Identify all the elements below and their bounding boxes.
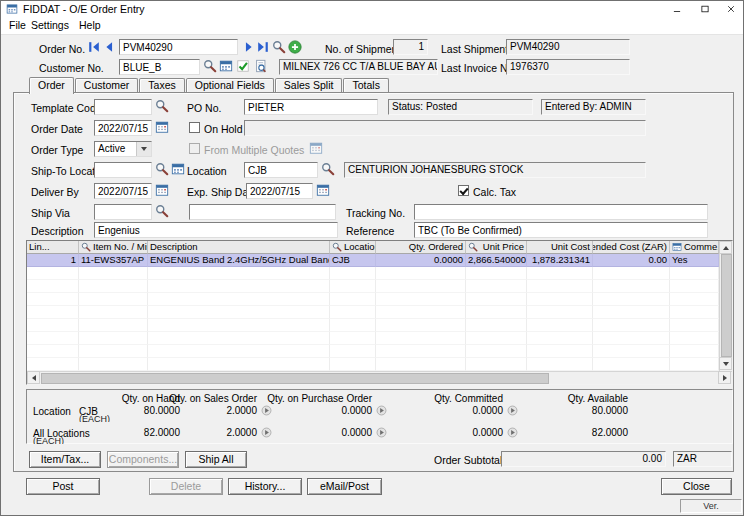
customer-check-icon[interactable] [236,59,250,73]
new-order-icon[interactable] [288,40,302,54]
grid-row-empty[interactable] [27,267,719,280]
ship-to-inquiry-icon[interactable] [171,162,185,176]
tab-taxes[interactable]: Taxes [139,78,184,92]
ship-all-button[interactable]: Ship All [185,451,247,468]
po-no-label: PO No. [187,102,221,115]
order-type-dropdown[interactable]: Active [94,141,152,157]
grid-row-empty[interactable] [27,280,719,293]
tab-totals[interactable]: Totals [343,78,388,92]
maximize-button[interactable] [691,1,719,16]
reference-input[interactable] [414,222,708,238]
exp-ship-date-calendar-icon[interactable] [316,183,330,197]
cell-line[interactable]: 1 [27,254,79,267]
location-finder-icon[interactable] [321,162,335,176]
comments-icon [672,242,682,252]
grid-row-empty[interactable] [27,306,719,319]
cell-unit-price[interactable]: 2,866.540000 [466,254,527,267]
close-window-button[interactable] [717,1,744,16]
customer-zoom-icon[interactable] [254,59,268,73]
order-date-input[interactable] [94,120,152,136]
menu-settings[interactable]: Settings [29,19,71,31]
description-input[interactable] [94,222,338,238]
next-record-icon[interactable] [242,40,256,54]
order-lines-grid: Lin... Item No. / Misc. Ch... Descriptio… [26,240,733,385]
qty-on-sales-header: Qty. on Sales Order [167,393,257,404]
tracking-no-input[interactable] [414,204,708,220]
qty-row2-available: 82.0000 [508,427,628,438]
tab-order[interactable]: Order [29,77,74,94]
grid-row-empty[interactable] [27,293,719,306]
post-button[interactable]: Post [26,478,100,495]
qty-row2-unit: (EACH) [33,437,64,444]
menu-file[interactable]: File [7,19,28,31]
grid-row-empty[interactable] [27,358,719,371]
cell-comment[interactable]: Yes [670,254,719,267]
ship-via-description-input[interactable] [189,204,336,220]
qty-row2-on-purchase: 0.0000 [252,427,372,438]
components-button: Components... [107,451,179,468]
deliver-by-input[interactable] [94,183,152,199]
vertical-scroll-thumb[interactable] [721,254,732,357]
vertical-scrollbar[interactable] [719,241,732,371]
ship-to-input[interactable] [94,162,152,178]
order-date-calendar-icon[interactable] [155,120,169,134]
email-post-button[interactable]: eMail/Post [307,478,382,495]
deliver-by-calendar-icon[interactable] [155,183,169,197]
history-button[interactable]: History... [228,478,302,495]
grid-row-empty[interactable] [27,332,719,345]
col-header-comments: Comme... [670,241,719,254]
col-header-extended-cost: Extended Cost (ZAR) [593,241,670,254]
cell-location[interactable]: CJB [330,254,376,267]
minimize-button[interactable] [663,1,691,16]
scroll-left-arrow[interactable] [27,371,40,384]
cell-item-no[interactable]: 11-EWS357AP [79,254,148,267]
previous-record-icon[interactable] [102,40,116,54]
order-type-dropdown-arrow-icon[interactable] [136,142,151,156]
location-input[interactable] [244,162,318,178]
last-record-icon[interactable] [256,40,270,54]
ship-via-finder-icon[interactable] [155,204,169,218]
close-button[interactable]: Close [661,478,732,495]
version-label: Ver. 2021.2.7.2 [680,499,742,513]
on-hold-checkbox[interactable] [189,122,200,133]
exp-ship-date-input[interactable] [246,183,313,199]
location-label: Location [187,165,227,178]
item-tax-button[interactable]: Item/Tax... [29,451,101,468]
ship-to-finder-icon[interactable] [155,162,169,176]
scroll-down-arrow[interactable] [719,357,732,370]
customer-no-input[interactable] [119,59,200,75]
grid-row-selected[interactable]: 1 11-EWS357AP ENGENIUS Band 2.4GHz/5GHz … [27,254,719,267]
last-invoice-label: Last Invoice No. [441,62,516,75]
col-header-qty-ordered: Qty. Ordered [376,241,466,254]
order-no-input[interactable] [119,39,238,55]
horizontal-scroll-thumb[interactable] [41,373,549,384]
scroll-up-arrow[interactable] [719,241,732,254]
menu-bar: File Settings Help [1,17,743,35]
on-hold-label: On Hold [204,123,243,136]
ship-via-input[interactable] [94,204,152,220]
customer-finder-icon[interactable] [203,59,217,73]
tab-customer[interactable]: Customer [75,78,139,92]
col-header-unit-cost: Unit Cost [527,241,593,254]
cell-qty-ordered[interactable]: 0.0000 [376,254,466,267]
grid-row-empty[interactable] [27,319,719,332]
horizontal-scrollbar[interactable] [27,371,732,384]
qty-row1-committed: 0.0000 [383,405,503,416]
customer-inquiry-icon[interactable] [219,59,233,73]
scroll-right-arrow[interactable] [718,371,731,384]
calc-tax-checkbox[interactable] [458,185,469,196]
tab-sales-split[interactable]: Sales Split [275,78,343,92]
cell-extended-cost[interactable]: 0.00 [593,254,670,267]
template-code-input[interactable] [94,99,152,115]
first-record-icon[interactable] [87,40,101,54]
cell-unit-cost[interactable]: 1,878.231341 [527,254,593,267]
template-finder-icon[interactable] [155,99,169,113]
po-no-input[interactable] [244,99,378,115]
tab-optional-fields[interactable]: Optional Fields [186,78,274,92]
tab-strip: Order Customer Taxes Optional Fields Sal… [29,78,390,92]
cell-description[interactable]: ENGENIUS Band 2.4GHz/5GHz Dual Band, Ant… [148,254,330,267]
order-finder-icon[interactable] [272,40,286,54]
grid-row-empty[interactable] [27,345,719,358]
menu-help[interactable]: Help [77,19,103,31]
currency-display: ZAR [673,451,732,467]
